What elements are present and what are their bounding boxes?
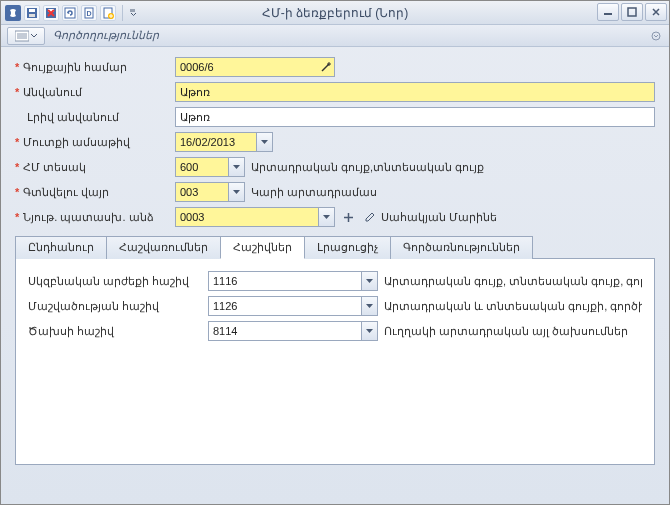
responsible-label: Նյութ. պատասխ. անձ bbox=[23, 211, 153, 224]
fa-type-desc: Արտադրական գույք,տնտեսական գույք bbox=[251, 161, 484, 174]
content: *Գույքային համար 0006/6 *Անվանում Աթոռ Լ… bbox=[1, 47, 669, 504]
svg-rect-0 bbox=[27, 8, 37, 18]
wand-icon[interactable] bbox=[318, 58, 334, 76]
titlebar: D ՀՄ-ի ձեռքբերում (Նոր) bbox=[1, 1, 669, 25]
refresh-icon[interactable] bbox=[62, 5, 78, 21]
menubar: Գործողություններ bbox=[1, 25, 669, 47]
svg-text:D: D bbox=[86, 10, 91, 17]
row-responsible: *Նյութ. պատասխ. անձ 0003 Սահակյան Մարինե bbox=[15, 207, 655, 227]
tab-general[interactable]: Ընդհանուր bbox=[15, 236, 107, 259]
inventory-no-input[interactable]: 0006/6 bbox=[175, 57, 335, 77]
tabpane-accounts: Սկզբնական արժեքի հաշիվ 1116 Արտադրական գ… bbox=[15, 258, 655, 465]
row-initial-value-account: Սկզբնական արժեքի հաշիվ 1116 Արտադրական գ… bbox=[28, 271, 642, 291]
save-icon[interactable] bbox=[24, 5, 40, 21]
svg-rect-4 bbox=[48, 9, 54, 12]
location-desc: Կարի արտադրամաս bbox=[251, 186, 377, 199]
initial-value-label: Սկզբնական արժեքի հաշիվ bbox=[28, 275, 208, 288]
name-label: Անվանում bbox=[23, 86, 82, 99]
responsible-combo[interactable]: 0003 bbox=[175, 207, 335, 227]
expense-desc: Ուղղակի արտադրական այլ ծախսումներ bbox=[384, 325, 642, 338]
actions-menu[interactable]: Գործողություններ bbox=[53, 29, 159, 42]
close-button[interactable] bbox=[645, 3, 667, 21]
row-full-name: Լրիվ անվանում Աթոռ bbox=[15, 107, 655, 127]
responsible-desc: Սահակյան Մարինե bbox=[381, 211, 497, 224]
chevron-down-icon[interactable] bbox=[228, 183, 244, 201]
fa-type-label: ՀՄ տեսակ bbox=[23, 161, 86, 174]
row-entry-date: *Մուտքի ամսաթիվ 16/02/2013 bbox=[15, 132, 655, 152]
svg-rect-6 bbox=[85, 8, 93, 18]
tab-accruals[interactable]: Հաշվառումներ bbox=[106, 236, 221, 259]
delete-icon[interactable] bbox=[43, 5, 59, 21]
tab-operations[interactable]: Գործառնություններ bbox=[390, 236, 533, 259]
chevron-down-icon[interactable] bbox=[256, 133, 272, 151]
svg-rect-2 bbox=[29, 14, 35, 17]
expense-combo[interactable]: 8114 bbox=[208, 321, 378, 341]
row-fa-type: *ՀՄ տեսակ 600 Արտադրական գույք,տնտեսական… bbox=[15, 157, 655, 177]
svg-point-9 bbox=[108, 13, 114, 19]
required-marker: * bbox=[15, 161, 19, 173]
depreciation-desc: Արտադրական և տնտեսական գույքի, գործիքներ bbox=[384, 300, 642, 313]
document-icon[interactable]: D bbox=[81, 5, 97, 21]
name-input[interactable]: Աթոռ bbox=[175, 82, 655, 102]
maximize-button[interactable] bbox=[621, 3, 643, 21]
required-marker: * bbox=[15, 186, 19, 198]
initial-value-desc: Արտադրական գույք, տնտեսական գույք, գործի… bbox=[384, 275, 642, 288]
depreciation-label: Մաշվածության հաշիվ bbox=[28, 300, 208, 313]
inventory-no-label: Գույքային համար bbox=[23, 61, 127, 74]
window: D ՀՄ-ի ձեռքբերում (Նոր) Գործողություններ bbox=[0, 0, 670, 505]
row-expense-account: Ծախսի հաշիվ 8114 Ուղղակի արտադրական այլ … bbox=[28, 321, 642, 341]
chevron-down-icon bbox=[31, 34, 37, 38]
tab-accounts[interactable]: Հաշիվներ bbox=[220, 236, 305, 259]
list-icon bbox=[15, 30, 29, 42]
initial-value-combo[interactable]: 1116 bbox=[208, 271, 378, 291]
toolbar-separator bbox=[122, 5, 123, 21]
minimize-button[interactable] bbox=[597, 3, 619, 21]
tabstrip: Ընդհանուր Հաշվառումներ Հաշիվներ Լրացուցի… bbox=[15, 235, 655, 258]
row-name: *Անվանում Աթոռ bbox=[15, 82, 655, 102]
row-location: *Գտնվելու վայր 003 Կարի արտադրամաս bbox=[15, 182, 655, 202]
chevron-down-icon[interactable] bbox=[361, 272, 377, 290]
window-controls bbox=[597, 3, 667, 21]
row-depreciation-account: Մաշվածության հաշիվ 1126 Արտադրական և տնտ… bbox=[28, 296, 642, 316]
tab-additional[interactable]: Լրացուցիչ bbox=[304, 236, 391, 259]
entry-date-label: Մուտքի ամսաթիվ bbox=[23, 136, 130, 149]
required-marker: * bbox=[15, 136, 19, 148]
chevron-down-icon[interactable] bbox=[361, 322, 377, 340]
view-mode-button[interactable] bbox=[7, 27, 45, 45]
svg-rect-10 bbox=[628, 8, 636, 16]
required-marker: * bbox=[15, 211, 19, 223]
row-inventory-no: *Գույքային համար 0006/6 bbox=[15, 57, 655, 77]
svg-rect-8 bbox=[104, 8, 112, 18]
fa-type-combo[interactable]: 600 bbox=[175, 157, 245, 177]
svg-point-12 bbox=[652, 32, 660, 40]
location-combo[interactable]: 003 bbox=[175, 182, 245, 202]
location-label: Գտնվելու վայր bbox=[23, 186, 109, 199]
svg-rect-3 bbox=[46, 8, 56, 18]
toolbar-left: D bbox=[1, 5, 138, 21]
required-marker: * bbox=[15, 86, 19, 98]
entry-date-input[interactable]: 16/02/2013 bbox=[175, 132, 273, 152]
collapse-ribbon-icon[interactable] bbox=[649, 29, 663, 43]
add-button[interactable] bbox=[339, 208, 357, 226]
toolbar-overflow[interactable] bbox=[129, 5, 138, 21]
required-marker: * bbox=[15, 61, 19, 73]
chevron-down-icon[interactable] bbox=[318, 208, 334, 226]
depreciation-combo[interactable]: 1126 bbox=[208, 296, 378, 316]
svg-rect-1 bbox=[29, 9, 35, 12]
new-icon[interactable] bbox=[100, 5, 116, 21]
edit-button[interactable] bbox=[361, 208, 379, 226]
full-name-input[interactable]: Աթոռ bbox=[175, 107, 655, 127]
app-icon bbox=[5, 5, 21, 21]
svg-rect-5 bbox=[65, 8, 75, 18]
chevron-down-icon[interactable] bbox=[228, 158, 244, 176]
chevron-down-icon[interactable] bbox=[361, 297, 377, 315]
full-name-label: Լրիվ անվանում bbox=[27, 111, 119, 124]
expense-label: Ծախսի հաշիվ bbox=[28, 325, 208, 338]
